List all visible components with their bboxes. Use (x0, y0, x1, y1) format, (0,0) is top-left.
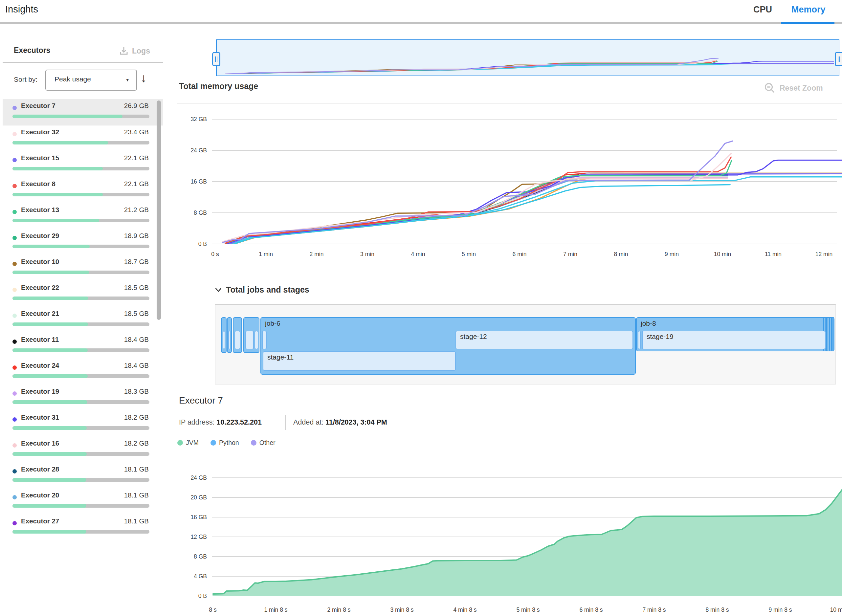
executor-name: Executor 19 (21, 387, 59, 395)
stage-bar[interactable] (255, 331, 258, 349)
usage-bar-track (12, 374, 150, 378)
executor-list-item[interactable]: Executor 3118.2 GB (3, 411, 163, 437)
stage-bar-stage-12[interactable]: stage-12 (455, 331, 633, 349)
sort-select[interactable]: Peak usage ▼ (45, 70, 137, 91)
executor-color-dot (12, 132, 17, 136)
stage-label: stage-12 (460, 333, 487, 340)
executor-name: Executor 8 (21, 180, 56, 188)
executor-list-item[interactable]: Executor 1018.7 GB (3, 255, 163, 281)
executor-list-item[interactable]: Executor 2418.4 GB (3, 359, 163, 385)
reset-zoom-button[interactable]: Reset Zoom (764, 82, 823, 94)
stage-bar[interactable] (228, 331, 230, 349)
executor-list-item[interactable]: Executor 3223.4 GB (3, 125, 163, 151)
executor-color-dot (12, 443, 17, 447)
x-axis-tick-label: 7 min 8 s (643, 606, 666, 613)
usage-bar-fill (12, 167, 103, 170)
executor-color-dot (12, 521, 17, 525)
brush-handle-left[interactable] (212, 52, 220, 66)
executor-list-item[interactable]: Executor 726.9 GB (3, 99, 163, 125)
stage-bar[interactable] (223, 331, 225, 349)
job-bar[interactable] (832, 317, 834, 351)
added-at-value: 11/8/2023, 3:04 PM (326, 418, 387, 426)
usage-bar-fill (12, 323, 88, 326)
header-divider (0, 22, 842, 24)
x-axis-tick-label: 4 min (411, 251, 425, 257)
brush-minichart (217, 40, 838, 74)
job-bar[interactable] (829, 317, 832, 351)
y-axis-tick-label: 16 GB (191, 178, 207, 185)
memory-chart-title: Total memory usage (179, 81, 258, 91)
divider (3, 62, 163, 63)
executor-list-item[interactable]: Executor 1918.3 GB (3, 385, 163, 411)
stage-label: stage-19 (647, 333, 673, 340)
executor-name: Executor 7 (21, 102, 56, 110)
download-icon (119, 46, 129, 56)
usage-bar-track (12, 348, 150, 352)
executor-peak-usage: 18.1 GB (124, 517, 149, 525)
jvm-area-fill (213, 474, 842, 596)
x-axis-tick-label: 2 min 8 s (327, 606, 351, 613)
stage-bar[interactable] (245, 331, 254, 349)
jobs-section-title: Total jobs and stages (226, 285, 310, 295)
executor-list-item[interactable]: Executor 1118.4 GB (3, 333, 163, 359)
executor-list-item[interactable]: Executor 2118.5 GB (3, 307, 163, 333)
stage-bar[interactable] (638, 331, 641, 349)
executor-name: Executor 29 (21, 232, 59, 240)
executor-color-dot (12, 417, 17, 422)
executor-color-dot (12, 340, 17, 344)
executor-peak-usage: 18.9 GB (124, 232, 149, 240)
stage-bar[interactable] (235, 331, 241, 349)
divider (285, 415, 286, 430)
executor-list-item[interactable]: Executor 2718.1 GB (3, 515, 163, 540)
legend-dot (177, 440, 183, 446)
tab-memory[interactable]: Memory (791, 4, 826, 15)
executor-list-item[interactable]: Executor 822.1 GB (3, 177, 163, 203)
executor-list-item[interactable]: Executor 2018.1 GB (3, 488, 163, 515)
logs-button-label: Logs (132, 47, 150, 56)
stage-bar[interactable] (262, 331, 267, 349)
executor-peak-usage: 22.1 GB (124, 154, 149, 162)
executor-color-dot (12, 184, 17, 188)
x-axis-tick-label: 3 min (360, 251, 374, 257)
executor-peak-usage: 18.7 GB (124, 258, 149, 265)
executor-list-item[interactable]: Executor 1522.1 GB (3, 151, 163, 177)
executor-peak-usage: 18.1 GB (124, 465, 149, 473)
jobs-section-toggle[interactable]: Total jobs and stages (214, 285, 310, 295)
y-axis-tick-label: 4 GB (194, 573, 207, 579)
legend-item: JVM (177, 439, 199, 447)
page-title: Insights (5, 4, 38, 15)
usage-bar-track (12, 452, 150, 456)
executor-peak-usage: 22.1 GB (124, 180, 149, 188)
usage-bar-track (12, 167, 150, 170)
job-label: job-8 (641, 320, 656, 327)
x-axis-tick-label: 9 min (665, 251, 679, 257)
executor-name: Executor 24 (21, 362, 59, 370)
executor-list-item[interactable]: Executor 2918.9 GB (3, 229, 163, 255)
legend-dot (210, 440, 216, 446)
zoom-brush[interactable] (216, 40, 839, 76)
brush-handle-right[interactable] (835, 52, 842, 66)
executor-name: Executor 28 (21, 465, 59, 473)
memory-type-legend: JVMPythonOther (177, 439, 276, 447)
sort-direction-button[interactable]: ↓ (141, 71, 147, 85)
stage-bar-stage-11[interactable]: stage-11 (263, 351, 456, 371)
executors-panel-title: Executors (14, 46, 50, 55)
job-bar[interactable] (826, 317, 828, 351)
executor-list-item[interactable]: Executor 1321.2 GB (3, 203, 163, 229)
total-memory-line-chart[interactable]: 0 B8 GB16 GB24 GB32 GB0 s1 min2 min3 min… (177, 109, 842, 263)
x-axis-tick-label: 0 s (211, 251, 219, 257)
x-axis-tick-label: 6 min 8 s (579, 606, 603, 613)
executor-list-item[interactable]: Executor 2818.1 GB (3, 463, 163, 488)
x-axis-tick-label: 1 min (259, 251, 273, 257)
logs-button[interactable]: Logs (119, 46, 150, 56)
executor-list-item[interactable]: Executor 2218.5 GB (3, 281, 163, 307)
executor-color-dot (12, 495, 17, 499)
reset-zoom-label: Reset Zoom (780, 84, 823, 92)
tab-cpu[interactable]: CPU (753, 4, 772, 15)
x-axis-tick-label: 5 min 8 s (516, 606, 540, 613)
executor-list-item[interactable]: Executor 1618.2 GB (3, 437, 163, 463)
executor-name: Executor 27 (21, 517, 59, 525)
executor-detail-title: Executor 7 (179, 395, 223, 406)
stage-bar-stage-19[interactable]: stage-19 (642, 331, 826, 349)
scrollbar-thumb[interactable] (157, 100, 161, 320)
